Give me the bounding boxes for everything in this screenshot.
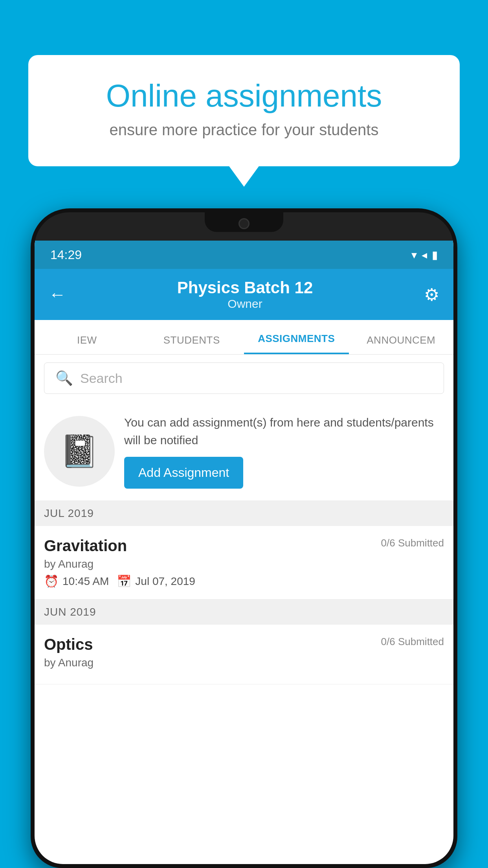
promo-icon-circle: 📓	[44, 416, 115, 487]
assignment-time: 10:45 AM	[62, 575, 109, 588]
notebook-icon: 📓	[60, 433, 99, 470]
phone-inner: 14:29 ▾ ◂ ▮ ← Physics Batch 12 Owner ⚙ I…	[35, 212, 453, 864]
meta-time: ⏰ 10:45 AM	[44, 574, 109, 588]
assignment-author: by Anurag	[44, 558, 444, 570]
search-box[interactable]: 🔍 Search	[44, 362, 444, 394]
search-container: 🔍 Search	[35, 355, 453, 402]
header-title: Physics Batch 12	[177, 278, 313, 297]
section-header-jun2019: JUN 2019	[35, 600, 453, 625]
speech-bubble: Online assignments ensure more practice …	[28, 55, 460, 166]
calendar-icon: 📅	[117, 574, 131, 588]
signal-icon: ◂	[422, 248, 427, 261]
status-time: 14:29	[50, 248, 82, 262]
assignment-item-optics[interactable]: Optics 0/6 Submitted by Anurag	[35, 625, 453, 684]
assignment-name-optics: Optics	[44, 636, 93, 653]
add-assignment-promo: 📓 You can add assignment(s) from here an…	[35, 402, 453, 501]
status-icons: ▾ ◂ ▮	[411, 248, 438, 261]
section-label-jun2019: JUN 2019	[44, 606, 96, 618]
phone-notch	[205, 212, 283, 232]
assignment-author-optics: by Anurag	[44, 657, 444, 669]
meta-date: 📅 Jul 07, 2019	[117, 574, 195, 588]
search-icon: 🔍	[55, 370, 73, 386]
header-title-block: Physics Batch 12 Owner	[177, 278, 313, 311]
section-label-jul2019: JUL 2019	[44, 507, 94, 519]
battery-icon: ▮	[432, 248, 438, 261]
status-bar: 14:29 ▾ ◂ ▮	[35, 241, 453, 269]
assignment-name: Gravitation	[44, 537, 127, 555]
header-subtitle: Owner	[177, 297, 313, 311]
phone-screen: 14:29 ▾ ◂ ▮ ← Physics Batch 12 Owner ⚙ I…	[35, 241, 453, 864]
promo-text: You can add assignment(s) from here and …	[124, 414, 444, 449]
assignment-date: Jul 07, 2019	[135, 575, 195, 588]
assignment-item-gravitation[interactable]: Gravitation 0/6 Submitted by Anurag ⏰ 10…	[35, 526, 453, 600]
front-camera	[238, 218, 250, 229]
phone-frame: 14:29 ▾ ◂ ▮ ← Physics Batch 12 Owner ⚙ I…	[31, 208, 457, 868]
section-header-jul2019: JUL 2019	[35, 501, 453, 526]
tab-iew[interactable]: IEW	[35, 320, 139, 354]
app-header: ← Physics Batch 12 Owner ⚙	[35, 269, 453, 320]
settings-button[interactable]: ⚙	[424, 285, 439, 305]
assignment-submitted-optics: 0/6 Submitted	[381, 636, 444, 648]
tabs-bar: IEW STUDENTS ASSIGNMENTS ANNOUNCEM	[35, 320, 453, 355]
assignment-top-row-optics: Optics 0/6 Submitted	[44, 636, 444, 653]
tab-students[interactable]: STUDENTS	[139, 320, 244, 354]
assignment-meta: ⏰ 10:45 AM 📅 Jul 07, 2019	[44, 574, 444, 588]
speech-bubble-container: Online assignments ensure more practice …	[28, 55, 460, 166]
tab-assignments[interactable]: ASSIGNMENTS	[244, 320, 349, 354]
wifi-icon: ▾	[411, 248, 417, 261]
tab-announcements[interactable]: ANNOUNCEM	[349, 320, 454, 354]
promo-right: You can add assignment(s) from here and …	[124, 414, 444, 489]
assignment-submitted: 0/6 Submitted	[381, 537, 444, 549]
back-button[interactable]: ←	[49, 285, 66, 304]
add-assignment-button[interactable]: Add Assignment	[124, 457, 243, 489]
assignment-top-row: Gravitation 0/6 Submitted	[44, 537, 444, 555]
clock-icon: ⏰	[44, 574, 59, 588]
search-placeholder: Search	[80, 371, 123, 386]
bubble-title: Online assignments	[60, 79, 428, 113]
bubble-subtitle: ensure more practice for your students	[60, 121, 428, 139]
